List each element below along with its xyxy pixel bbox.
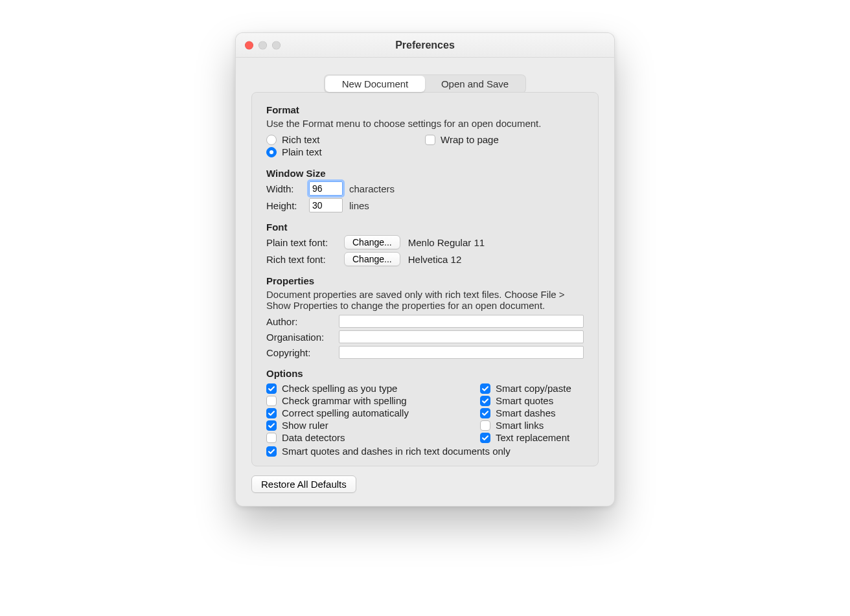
checkbox-icon bbox=[266, 433, 277, 443]
checkbox-wrap-to-page[interactable]: Wrap to page bbox=[425, 134, 584, 145]
checkbox-smart-copy-paste[interactable]: Smart copy/paste bbox=[480, 383, 584, 394]
checkbox-label: Wrap to page bbox=[441, 134, 499, 145]
font-heading: Font bbox=[266, 222, 584, 233]
checkbox-icon bbox=[480, 420, 490, 431]
checkbox-icon bbox=[425, 135, 435, 145]
height-label: Height: bbox=[266, 200, 303, 211]
preferences-panel: Format Use the Format menu to choose set… bbox=[251, 92, 599, 466]
tab-bar: New Document Open and Save bbox=[324, 74, 526, 93]
restore-defaults-button[interactable]: Restore All Defaults bbox=[251, 475, 356, 493]
checkbox-data-detectors[interactable]: Data detectors bbox=[266, 432, 474, 443]
checkbox-smart-links[interactable]: Smart links bbox=[480, 420, 584, 431]
radio-plain-text[interactable]: Plain text bbox=[266, 146, 425, 157]
checkbox-show-ruler[interactable]: Show ruler bbox=[266, 420, 474, 431]
checkbox-label: Correct spelling automatically bbox=[282, 407, 409, 418]
width-label: Width: bbox=[266, 183, 303, 194]
close-icon[interactable] bbox=[245, 41, 253, 49]
checkbox-label: Check spelling as you type bbox=[282, 383, 397, 394]
checkbox-label: Show ruler bbox=[282, 420, 328, 431]
checkbox-check-spelling[interactable]: Check spelling as you type bbox=[266, 383, 474, 394]
height-input[interactable] bbox=[309, 198, 343, 212]
checkbox-check-grammar[interactable]: Check grammar with spelling bbox=[266, 395, 474, 406]
copyright-input[interactable] bbox=[339, 346, 584, 359]
copyright-label: Copyright: bbox=[266, 347, 331, 358]
width-input[interactable] bbox=[309, 181, 343, 196]
properties-help: Document properties are saved only with … bbox=[266, 289, 584, 311]
change-rich-font-button[interactable]: Change... bbox=[344, 252, 400, 266]
checkbox-label: Data detectors bbox=[282, 432, 345, 443]
checkbox-correct-spelling[interactable]: Correct spelling automatically bbox=[266, 407, 474, 418]
radio-label: Plain text bbox=[282, 146, 322, 157]
checkbox-icon bbox=[480, 383, 490, 394]
titlebar: Preferences bbox=[236, 33, 614, 58]
plain-font-label: Plain text font: bbox=[266, 237, 336, 248]
rich-font-value: Helvetica 12 bbox=[408, 254, 462, 265]
checkbox-smart-rich-only[interactable]: Smart quotes and dashes in rich text doc… bbox=[266, 446, 584, 457]
checkbox-label: Smart dashes bbox=[496, 407, 556, 418]
minimize-icon[interactable] bbox=[258, 41, 267, 49]
width-unit: characters bbox=[349, 183, 395, 194]
rich-font-label: Rich text font: bbox=[266, 254, 336, 265]
checkbox-icon bbox=[480, 433, 490, 443]
checkbox-text-replacement[interactable]: Text replacement bbox=[480, 432, 584, 443]
checkbox-icon bbox=[266, 408, 277, 418]
checkbox-label: Text replacement bbox=[496, 432, 569, 443]
checkbox-icon bbox=[266, 383, 277, 394]
checkbox-smart-quotes[interactable]: Smart quotes bbox=[480, 395, 584, 406]
author-input[interactable] bbox=[339, 315, 584, 328]
checkbox-label: Smart copy/paste bbox=[496, 383, 571, 394]
window-body: New Document Open and Save Format Use th… bbox=[236, 58, 614, 506]
checkbox-icon bbox=[266, 446, 277, 457]
preferences-window: Preferences New Document Open and Save F… bbox=[235, 32, 615, 507]
change-plain-font-button[interactable]: Change... bbox=[344, 235, 400, 249]
format-heading: Format bbox=[266, 104, 584, 115]
zoom-icon[interactable] bbox=[272, 41, 281, 49]
radio-label: Rich text bbox=[282, 134, 319, 145]
checkbox-label: Smart quotes and dashes in rich text doc… bbox=[282, 446, 511, 457]
organisation-input[interactable] bbox=[339, 330, 584, 343]
radio-rich-text[interactable]: Rich text bbox=[266, 134, 425, 145]
window-title: Preferences bbox=[236, 40, 614, 51]
checkbox-icon bbox=[480, 396, 490, 406]
height-unit: lines bbox=[349, 200, 369, 211]
checkbox-icon bbox=[266, 420, 277, 431]
options-heading: Options bbox=[266, 368, 584, 379]
author-label: Author: bbox=[266, 316, 331, 327]
format-help: Use the Format menu to choose settings f… bbox=[266, 118, 584, 129]
radio-icon bbox=[266, 135, 277, 145]
radio-icon bbox=[266, 147, 277, 157]
window-size-heading: Window Size bbox=[266, 168, 584, 179]
organisation-label: Organisation: bbox=[266, 332, 331, 343]
tab-open-and-save[interactable]: Open and Save bbox=[425, 76, 525, 92]
checkbox-label: Smart links bbox=[496, 420, 544, 431]
tab-new-document[interactable]: New Document bbox=[325, 76, 425, 92]
checkbox-label: Smart quotes bbox=[496, 395, 553, 406]
checkbox-label: Check grammar with spelling bbox=[282, 395, 407, 406]
checkbox-icon bbox=[480, 408, 490, 418]
checkbox-icon bbox=[266, 396, 277, 406]
properties-heading: Properties bbox=[266, 275, 584, 286]
window-controls bbox=[245, 41, 281, 49]
plain-font-value: Menlo Regular 11 bbox=[408, 237, 485, 248]
checkbox-smart-dashes[interactable]: Smart dashes bbox=[480, 407, 584, 418]
